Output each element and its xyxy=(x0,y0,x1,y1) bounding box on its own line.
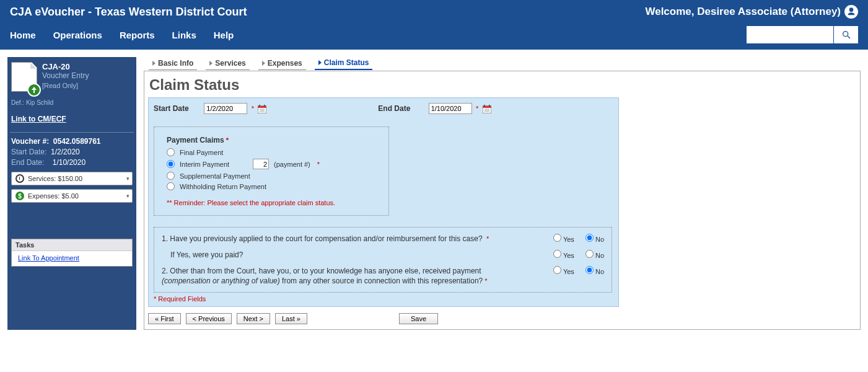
q1a-yes-radio[interactable] xyxy=(553,250,561,258)
tab-claim-label: Claim Status xyxy=(324,58,369,67)
no-label: No xyxy=(595,268,604,275)
tab-expenses[interactable]: Expenses xyxy=(258,57,306,70)
required-marker: * xyxy=(484,277,487,285)
tab-basic-info[interactable]: Basic Info xyxy=(149,57,197,70)
services-pill[interactable]: Services: $150.00 ▾ xyxy=(11,172,133,185)
link-to-appointment[interactable]: Link To Appointment xyxy=(18,254,79,262)
radio-withholding-return[interactable] xyxy=(167,182,175,190)
q1-yes-radio[interactable] xyxy=(553,234,561,242)
expenses-pill-label: Expenses: $5.00 xyxy=(28,192,79,200)
triangle-icon xyxy=(318,60,322,65)
q1-no-radio[interactable] xyxy=(585,234,594,242)
questions-fieldset: 1. Have you previously applied to the co… xyxy=(154,227,612,293)
search-button[interactable] xyxy=(833,26,858,43)
svg-rect-11 xyxy=(484,105,485,107)
yes-label: Yes xyxy=(563,252,574,259)
required-marker: * xyxy=(226,136,229,144)
required-marker: * xyxy=(252,105,254,112)
start-date-input[interactable] xyxy=(204,103,247,114)
main-nav: Home Operations Reports Links Help xyxy=(10,30,234,40)
triangle-icon xyxy=(262,61,265,66)
side-start-val: 1/2/2020 xyxy=(51,148,80,156)
user-icon[interactable] xyxy=(844,5,858,19)
previous-button[interactable]: < Previous xyxy=(186,313,232,324)
welcome-label: Welcome, Desiree Associate (Attorney) xyxy=(645,6,841,18)
label-withholding-return: Withholding Return Payment xyxy=(180,183,266,190)
calendar-icon[interactable] xyxy=(258,105,266,113)
search-icon xyxy=(841,30,851,40)
app-header: CJA eVoucher - Texas Western District Co… xyxy=(0,0,868,50)
yes-label: Yes xyxy=(563,268,574,275)
tab-basic-label: Basic Info xyxy=(158,59,193,68)
svg-point-0 xyxy=(843,32,848,37)
expenses-pill[interactable]: $ Expenses: $5.00 ▾ xyxy=(11,189,133,203)
end-date-input[interactable] xyxy=(429,103,472,114)
payment-number-label: (payment #) xyxy=(274,161,310,168)
payment-claims-title: Payment Claims xyxy=(167,136,224,144)
side-end-label: End Date: xyxy=(11,158,44,167)
next-button[interactable]: Next > xyxy=(237,313,270,324)
nav-links[interactable]: Links xyxy=(172,30,196,40)
q1a-no-radio[interactable] xyxy=(585,250,594,258)
save-button[interactable]: Save xyxy=(399,313,438,324)
search-bar xyxy=(747,26,858,43)
content-area: Basic Info Services Expenses Claim Statu… xyxy=(144,57,861,330)
chevron-down-icon: ▾ xyxy=(126,175,129,182)
q2-no-radio[interactable] xyxy=(585,266,594,274)
side-end-val: 1/10/2020 xyxy=(53,158,85,167)
tab-services[interactable]: Services xyxy=(206,57,249,70)
footer-buttons: « First < Previous Next > Last » Save xyxy=(148,313,855,324)
end-date-label: End Date xyxy=(378,104,426,113)
question-2-part1: 2. Other than from the Court, have you, … xyxy=(162,267,481,275)
tab-claim-status[interactable]: Claim Status xyxy=(315,57,373,70)
tab-services-label: Services xyxy=(215,59,245,68)
tab-bar: Basic Info Services Expenses Claim Statu… xyxy=(144,57,861,70)
tasks-panel: Tasks Link To Appointment xyxy=(11,239,133,267)
radio-interim-payment[interactable] xyxy=(167,160,175,168)
tab-expenses-label: Expenses xyxy=(268,59,302,68)
voucher-number: 0542.0589761 xyxy=(53,137,101,146)
first-button[interactable]: « First xyxy=(148,313,181,324)
nav-operations[interactable]: Operations xyxy=(53,30,102,40)
required-marker: * xyxy=(476,105,478,112)
chevron-down-icon: ▾ xyxy=(126,193,129,199)
required-fields-note: * Required Fields xyxy=(154,295,612,303)
svg-rect-12 xyxy=(489,105,490,107)
link-cm-ecf[interactable]: Link to CM/ECF xyxy=(11,115,66,123)
voucher-code: CJA-20 xyxy=(42,62,89,71)
app-title: CJA eVoucher - Texas Western District Co… xyxy=(10,6,247,19)
question-1a: If Yes, were you paid? xyxy=(170,250,517,260)
svg-rect-4 xyxy=(259,105,260,107)
voucher-info: Voucher #: 0542.0589761 Start Date: 1/2/… xyxy=(11,136,133,168)
question-2-part2: from any other source in connection with… xyxy=(280,277,483,285)
search-input[interactable] xyxy=(747,26,833,43)
claim-panel: Claim Status Start Date * End Date * xyxy=(144,71,861,330)
radio-final-payment[interactable] xyxy=(167,148,175,156)
tasks-header: Tasks xyxy=(12,239,132,251)
yes-label: Yes xyxy=(563,236,574,243)
last-button[interactable]: Last » xyxy=(275,313,307,324)
sidebar: CJA-20 Voucher Entry [Read Only] Def.: K… xyxy=(7,57,136,330)
nav-help[interactable]: Help xyxy=(214,30,234,40)
no-label: No xyxy=(595,252,604,259)
defendant-line: Def.: Kip Schild xyxy=(11,99,133,106)
page-title: Claim Status xyxy=(149,76,855,94)
welcome-text: Welcome, Desiree Associate (Attorney) xyxy=(645,5,858,19)
triangle-icon xyxy=(152,61,156,66)
payment-number-input[interactable] xyxy=(253,159,269,169)
no-label: No xyxy=(595,236,604,243)
start-date-label: Start Date xyxy=(154,104,202,113)
nav-reports[interactable]: Reports xyxy=(120,30,155,40)
side-start-label: Start Date: xyxy=(11,148,46,156)
q2-yes-radio[interactable] xyxy=(553,266,561,274)
radio-supplemental-payment[interactable] xyxy=(167,172,175,180)
calendar-icon[interactable] xyxy=(483,105,491,113)
question-2-italic: (compensation or anything of value) xyxy=(162,277,280,285)
upload-arrow-icon xyxy=(27,83,41,97)
label-supplemental-payment: Supplemental Payment xyxy=(180,172,250,180)
question-1: 1. Have you previously applied to the co… xyxy=(162,234,483,243)
clock-icon xyxy=(15,174,24,183)
triangle-icon xyxy=(209,61,213,66)
services-pill-label: Services: $150.00 xyxy=(28,175,82,182)
nav-home[interactable]: Home xyxy=(10,30,36,40)
